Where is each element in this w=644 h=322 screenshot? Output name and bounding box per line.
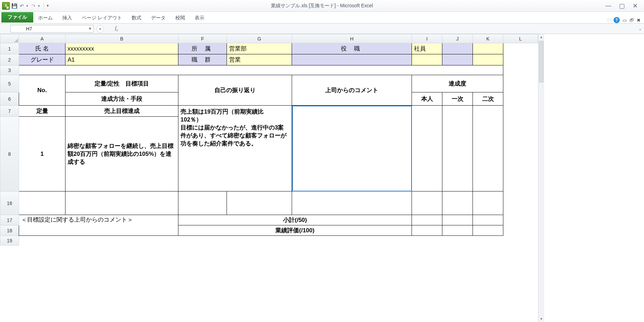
excel-icon[interactable]: X	[2, 2, 10, 10]
cell-A1[interactable]: 氏 名	[19, 43, 65, 54]
fx-label[interactable]: fx	[115, 26, 118, 32]
tab-data[interactable]: データ	[146, 13, 170, 23]
cell-B8[interactable]: 綿密な顧客フォローを継続し、売上目標額20百万円（前期実績比の105%）を達成す…	[65, 117, 178, 191]
cell-B2[interactable]: A1	[65, 54, 178, 65]
cell-G16[interactable]	[227, 191, 292, 215]
cell-L18[interactable]	[503, 225, 538, 236]
cell-I17[interactable]	[412, 215, 442, 225]
cell-A7[interactable]: 定量	[19, 106, 65, 117]
cell-A16[interactable]	[19, 191, 65, 215]
cell-J7[interactable]	[442, 106, 473, 191]
row-8[interactable]: 8	[0, 117, 19, 191]
row-3[interactable]: 3	[0, 65, 19, 75]
close-button[interactable]: ✕	[633, 2, 638, 10]
cell-K7[interactable]	[473, 106, 503, 191]
row-16[interactable]: 16	[0, 191, 19, 215]
cell-H7-selected[interactable]	[292, 106, 412, 191]
cell-L2[interactable]	[503, 54, 538, 65]
cell-I2[interactable]	[412, 54, 442, 65]
cell-B5[interactable]: 定量/定性 目標項目	[65, 75, 178, 92]
cell-K16[interactable]	[473, 191, 503, 215]
redo-drop-icon[interactable]: ▾	[38, 4, 41, 8]
cell-F2[interactable]: 職 群	[178, 54, 227, 65]
cell-H2[interactable]	[292, 54, 412, 65]
col-G[interactable]: G	[227, 34, 292, 43]
tab-file[interactable]: ファイル	[1, 12, 33, 23]
cell-L5[interactable]	[503, 75, 538, 92]
ribbon-restore-icon[interactable]: 🗗	[629, 18, 634, 23]
tab-review[interactable]: 校閲	[170, 13, 190, 23]
cell-B7[interactable]: 売上目標達成	[65, 106, 178, 117]
col-A[interactable]: A	[19, 34, 65, 43]
row-6[interactable]: 6	[0, 92, 19, 106]
select-all-corner[interactable]	[0, 34, 19, 43]
cell-I1[interactable]: 社員	[412, 43, 442, 54]
ribbon-minimize-icon[interactable]: ▭	[623, 18, 627, 23]
vertical-scrollbar[interactable]: ▴ ▾	[538, 34, 544, 322]
name-box-value[interactable]: H7	[11, 26, 87, 32]
cell-K1[interactable]	[473, 43, 503, 54]
cell-F7[interactable]: 売上額は19百万円（前期実績比 102％） 目標には届かなかったが、進行中の3案…	[178, 106, 292, 191]
cell-F5[interactable]: 自己の振り返り	[178, 75, 292, 106]
cell-A2[interactable]: グレード	[19, 54, 65, 65]
cell-L7[interactable]	[503, 106, 538, 191]
undo-icon[interactable]: ↶	[19, 3, 25, 9]
cell-A19[interactable]	[19, 236, 538, 245]
cell-A8[interactable]: 1	[19, 117, 65, 191]
insert-function-icon[interactable]: ●	[96, 25, 104, 33]
cell-K17[interactable]	[473, 215, 503, 225]
row-17[interactable]: 17	[0, 215, 19, 225]
row-19[interactable]: 19	[0, 236, 19, 245]
undo-drop-icon[interactable]: ▾	[26, 4, 29, 8]
cell-K2[interactable]	[473, 54, 503, 65]
cell-J6[interactable]: 一次	[442, 92, 473, 106]
help-icon[interactable]: ?	[614, 17, 620, 23]
cell-L3[interactable]	[503, 65, 538, 75]
cell-A3[interactable]	[19, 65, 503, 75]
cell-A5[interactable]: No.	[19, 75, 65, 106]
cell-F1[interactable]: 所 属	[178, 43, 227, 54]
col-H[interactable]: H	[292, 34, 412, 43]
tab-page-layout[interactable]: ページ レイアウト	[77, 13, 127, 23]
maximize-button[interactable]: ▢	[619, 2, 625, 10]
cell-J18[interactable]	[442, 225, 473, 236]
cell-L16[interactable]	[503, 191, 538, 215]
minimize-button[interactable]: ―	[605, 2, 611, 10]
col-F[interactable]: F	[178, 34, 227, 43]
cell-B16[interactable]	[65, 191, 178, 215]
cell-H1[interactable]: 役 職	[292, 43, 412, 54]
cell-B6[interactable]: 達成方法・手段	[65, 92, 178, 106]
col-I[interactable]: I	[412, 34, 442, 43]
cell-B1[interactable]: xxxxxxxxx	[65, 43, 178, 54]
cell-I7[interactable]	[412, 106, 442, 191]
tab-insert[interactable]: 挿入	[58, 13, 77, 23]
scroll-up-icon[interactable]: ▴	[538, 34, 544, 40]
name-box-drop-icon[interactable]: ▼	[87, 27, 93, 30]
row-18[interactable]: 18	[0, 225, 19, 236]
cell-G2[interactable]: 営業	[227, 54, 292, 65]
cell-I16[interactable]	[412, 191, 442, 215]
col-J[interactable]: J	[442, 34, 473, 43]
cell-K6[interactable]: 二次	[473, 92, 503, 106]
redo-icon[interactable]: ↷	[30, 3, 37, 9]
spreadsheet-grid[interactable]: A B F G H I J K L 1 氏 名 xxxxxxxxx 所 属 営業…	[0, 34, 538, 322]
row-1[interactable]: 1	[0, 43, 19, 54]
col-B[interactable]: B	[65, 34, 178, 43]
cell-I18[interactable]	[412, 225, 442, 236]
cell-L17[interactable]	[503, 215, 538, 225]
name-box[interactable]: H7 ▼	[10, 25, 94, 33]
col-K[interactable]: K	[473, 34, 503, 43]
scroll-thumb[interactable]	[539, 41, 544, 82]
cell-I6[interactable]: 本人	[412, 92, 442, 106]
cell-I5[interactable]: 達成度	[412, 75, 503, 92]
cell-K18[interactable]	[473, 225, 503, 236]
tab-home[interactable]: ホーム	[33, 13, 58, 23]
cell-J16[interactable]	[442, 191, 473, 215]
cell-J17[interactable]	[442, 215, 473, 225]
row-7[interactable]: 7	[0, 106, 19, 117]
cell-H5[interactable]: 上司からのコメント	[292, 75, 412, 106]
cell-F16[interactable]	[178, 191, 227, 215]
row-5[interactable]: 5	[0, 75, 19, 92]
cell-F17[interactable]: 小計(/50)	[178, 215, 412, 225]
cell-J2[interactable]	[442, 54, 473, 65]
